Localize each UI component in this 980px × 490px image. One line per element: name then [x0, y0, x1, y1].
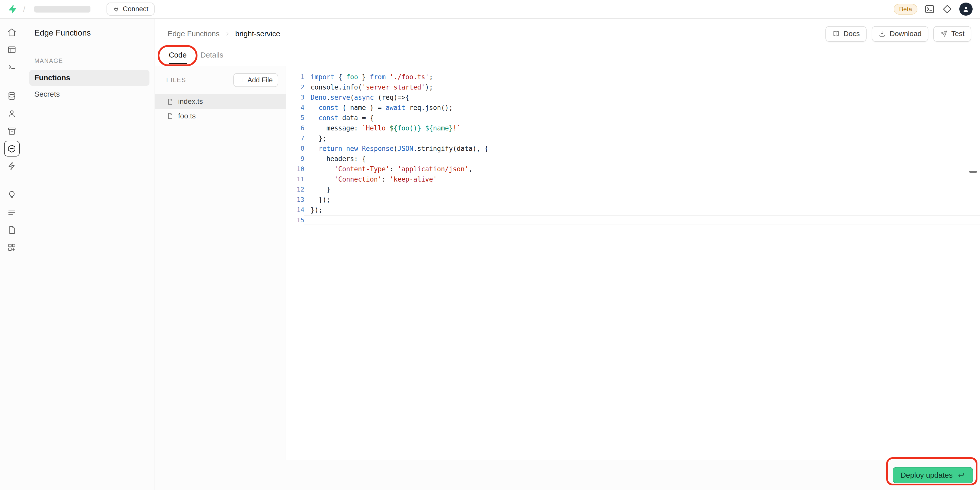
- plug-icon: [113, 6, 119, 13]
- nav-item-realtime[interactable]: [4, 158, 20, 174]
- nav-rail: [0, 19, 24, 490]
- sidebar-item-functions[interactable]: Functions: [29, 70, 150, 86]
- scrollbar-marker[interactable]: [969, 171, 977, 172]
- topbar-right: Beta: [894, 3, 973, 16]
- send-icon: [940, 30, 948, 37]
- download-button[interactable]: Download: [872, 26, 928, 41]
- code-text: });: [304, 195, 980, 205]
- enter-icon: [957, 471, 965, 479]
- integrations-icon: [7, 243, 17, 252]
- topbar: / Connect Beta: [0, 0, 980, 19]
- line-number: 11: [286, 174, 304, 184]
- sidebar-item-secrets[interactable]: Secrets: [29, 86, 150, 102]
- files-panel-header: FILES Add File: [155, 73, 286, 87]
- storage-icon: [7, 126, 17, 136]
- nav-item-sql-editor[interactable]: [4, 59, 20, 75]
- file-item-index.ts[interactable]: index.ts: [155, 94, 286, 109]
- header-actions: DocsDownloadTest: [826, 26, 971, 41]
- avatar[interactable]: [959, 3, 972, 16]
- line-number: 13: [286, 195, 304, 205]
- edge-functions-icon: [7, 144, 17, 153]
- file-icon: [166, 112, 174, 120]
- sql-editor-icon: [7, 63, 17, 72]
- chevron-right-icon: [224, 30, 231, 37]
- code-line-6: 6 message: `Hello ${foo()} ${name}!`: [286, 123, 980, 133]
- sidebar: Edge Functions MANAGE FunctionsSecrets: [24, 19, 155, 490]
- home-icon: [7, 28, 17, 37]
- supabase-logo-icon[interactable]: [7, 4, 18, 14]
- code-line-11: 11 'Connection': 'keep-alive': [286, 174, 980, 184]
- plus-icon: [239, 77, 245, 83]
- nav-item-advisors[interactable]: [4, 187, 20, 203]
- nav-item-authentication[interactable]: [4, 105, 20, 121]
- code-line-12: 12 }: [286, 184, 980, 195]
- files-panel: FILES Add File index.tsfoo.ts: [155, 66, 286, 460]
- test-button[interactable]: Test: [933, 26, 971, 41]
- deploy-updates-label: Deploy updates: [900, 471, 953, 479]
- logs-icon: [7, 207, 17, 217]
- connect-button-label: Connect: [123, 5, 148, 13]
- advisors-icon: [7, 190, 17, 200]
- code-line-10: 10 'Content-Type': 'application/json',: [286, 164, 980, 174]
- content-row: FILES Add File index.tsfoo.ts 1import { …: [155, 66, 980, 460]
- file-icon: [166, 98, 174, 105]
- project-name-skeleton: [34, 6, 91, 13]
- database-icon: [7, 91, 17, 101]
- download-icon: [878, 30, 886, 37]
- tab-code[interactable]: Code: [169, 51, 187, 64]
- breadcrumb-parent[interactable]: Edge Functions: [168, 29, 220, 38]
- nav-item-edge-functions[interactable]: [4, 140, 20, 156]
- terminal-icon: [924, 4, 935, 14]
- code-line-15: 15: [286, 215, 980, 225]
- nav-item-home[interactable]: [4, 24, 20, 40]
- code-text: import { foo } from './foo.ts';: [304, 72, 980, 82]
- table-editor-icon: [7, 45, 17, 54]
- code-text: console.info('server started');: [304, 82, 980, 92]
- code-text: }: [304, 184, 980, 195]
- code-text: 'Connection': 'keep-alive': [304, 174, 980, 184]
- realtime-icon: [7, 161, 17, 171]
- code-text: message: `Hello ${foo()} ${name}!`: [304, 123, 980, 133]
- add-file-label: Add File: [248, 76, 273, 84]
- line-number: 15: [286, 215, 304, 225]
- nav-item-table-editor[interactable]: [4, 42, 20, 57]
- line-number: 8: [286, 144, 304, 154]
- nav-item-reports[interactable]: [4, 222, 20, 238]
- line-number: 9: [286, 154, 304, 164]
- main-panel: Edge Functions bright-service DocsDownlo…: [155, 19, 980, 490]
- auth-icon: [7, 109, 17, 118]
- nav-item-integrations[interactable]: [4, 239, 20, 255]
- line-number: 7: [286, 133, 304, 144]
- code-text: 'Content-Type': 'application/json',: [304, 164, 980, 174]
- footer-bar: Deploy updates: [155, 460, 980, 490]
- breadcrumb: Edge Functions bright-service: [168, 29, 280, 38]
- docs-button[interactable]: Docs: [826, 26, 867, 41]
- deploy-updates-button[interactable]: Deploy updates: [892, 467, 974, 484]
- connect-button[interactable]: Connect: [107, 3, 154, 16]
- path-separator: /: [23, 4, 25, 14]
- add-file-button[interactable]: Add File: [233, 73, 278, 87]
- file-item-foo.ts[interactable]: foo.ts: [155, 109, 286, 123]
- line-number: 5: [286, 113, 304, 123]
- assistant-icon: [942, 4, 953, 14]
- app-root: / Connect Beta Edge Functions MANAGE Fun…: [0, 0, 980, 490]
- code-line-2: 2console.info('server started');: [286, 82, 980, 92]
- sidebar-items: FunctionsSecrets: [24, 70, 154, 102]
- assistant-button[interactable]: [942, 4, 953, 14]
- code-text: };: [304, 133, 980, 144]
- terminal-button[interactable]: [924, 4, 935, 14]
- nav-item-logs[interactable]: [4, 204, 20, 220]
- code-line-8: 8 return new Response(JSON.stringify(dat…: [286, 144, 980, 154]
- line-number: 3: [286, 92, 304, 102]
- nav-item-storage[interactable]: [4, 123, 20, 139]
- line-number: 4: [286, 102, 304, 113]
- line-number: 2: [286, 82, 304, 92]
- code-line-4: 4 const { name } = await req.json();: [286, 102, 980, 113]
- main-header: Edge Functions bright-service DocsDownlo…: [155, 19, 980, 49]
- tab-details[interactable]: Details: [200, 51, 223, 64]
- code-line-14: 14});: [286, 205, 980, 215]
- nav-item-database[interactable]: [4, 88, 20, 104]
- code-line-1: 1import { foo } from './foo.ts';: [286, 72, 980, 82]
- code-editor[interactable]: 1import { foo } from './foo.ts';2console…: [286, 66, 980, 460]
- code-text: const { name } = await req.json();: [304, 102, 980, 113]
